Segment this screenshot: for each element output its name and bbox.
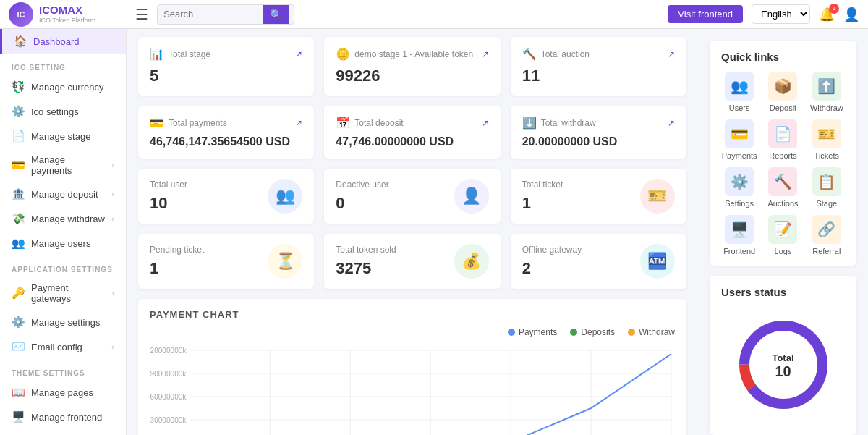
right-panel: Quick links 👥 Users 📦 Deposit ⬆️ Withdra…	[698, 29, 868, 435]
total-payments-value: 46,746,147.35654500 USD	[150, 135, 302, 148]
logo-text: ICOMAX ICO Token Platform	[39, 4, 95, 24]
payments-icon-wrap: 💳	[725, 119, 754, 148]
users-icon-wrap: 👥	[725, 72, 754, 101]
total-stage-link[interactable]: ↗	[295, 49, 302, 59]
donut-value: 10	[772, 363, 793, 380]
total-auction-link[interactable]: ↗	[668, 49, 675, 59]
quick-link-logs[interactable]: 📝 Logs	[765, 215, 801, 255]
svg-text:120000000k: 120000000k	[150, 347, 187, 355]
settings-icon: ⚙️	[731, 173, 749, 190]
deposit-icon: 🏦	[12, 187, 25, 200]
stat-card-total-deposit: 📅 Total deposit ↗ 47,746.00000000 USD	[324, 106, 500, 159]
deactive-user-value: 0	[336, 194, 388, 213]
stage-label: Stage	[816, 199, 837, 208]
sidebar-item-label: Manage payments	[31, 154, 106, 176]
sidebar-item-manage-pages[interactable]: 📖 Manage pages	[0, 380, 126, 405]
user-profile-icon[interactable]: 👤	[843, 7, 859, 22]
legend-item-deposits: Deposits	[570, 327, 615, 337]
sidebar-item-manage-deposit[interactable]: 🏦 Manage deposit ›	[0, 182, 126, 206]
settings-label: Settings	[725, 199, 754, 208]
users-icon: 👥	[731, 77, 749, 95]
sidebar-item-ico-settings[interactable]: ⚙️ Ico settings	[0, 99, 126, 124]
reports-icon-wrap: 📄	[768, 119, 797, 148]
quick-link-frontend[interactable]: 🖥️ Frontend	[721, 215, 757, 255]
svg-text:60000000k: 60000000k	[150, 393, 187, 401]
sidebar-item-dashboard[interactable]: 🏠 Dashboard	[0, 29, 126, 54]
stat-card-offline-gateway: Offline gateway 2 🏧	[511, 234, 686, 289]
quick-link-users[interactable]: 👥 Users	[721, 72, 757, 112]
quick-link-auctions[interactable]: 🔨 Auctions	[765, 167, 801, 208]
sidebar-item-manage-users[interactable]: 👥 Manage users	[0, 231, 126, 255]
total-deposit-icon: 📅	[336, 116, 350, 130]
stage-icon: 📋	[817, 173, 835, 190]
quick-link-tickets[interactable]: 🎫 Tickets	[809, 119, 845, 160]
auctions-icon: 🔨	[774, 173, 792, 190]
app-section-title: APPLICATION SETTINGS	[0, 255, 126, 276]
total-payments-link[interactable]: ↗	[295, 118, 302, 128]
sidebar-item-manage-settings[interactable]: ⚙️ Manage settings	[0, 310, 126, 334]
stat-card-total-token-sold: Total token sold 3275 💰	[324, 234, 500, 289]
total-withdraw-icon: ⬇️	[522, 116, 537, 130]
quick-link-reports[interactable]: 📄 Reports	[765, 119, 801, 160]
stage-icon: 📄	[12, 130, 25, 143]
demo-stage-link[interactable]: ↗	[482, 49, 489, 59]
chevron-right-icon: ›	[111, 342, 114, 351]
language-select[interactable]: English	[752, 4, 810, 24]
pending-ticket-value: 1	[150, 259, 204, 278]
sidebar-item-manage-withdraw[interactable]: 💸 Manage withdraw ›	[0, 206, 126, 231]
sidebar-item-payment-gateways[interactable]: 🔑 Payment gateways ›	[0, 276, 126, 310]
stat-card-total-user: Total user 10 👥	[138, 169, 314, 224]
theme-section-title: THEME SETTINGS	[0, 359, 126, 380]
logo-icon: IC	[9, 2, 33, 27]
total-deposit-link[interactable]: ↗	[482, 118, 489, 128]
auctions-icon-wrap: 🔨	[768, 167, 797, 196]
notifications-icon[interactable]: 🔔 1	[819, 7, 835, 22]
svg-text:90000000k: 90000000k	[150, 370, 187, 378]
quick-links-title: Quick links	[721, 51, 845, 63]
sidebar-item-manage-frontend[interactable]: 🖥️ Manage frontend	[0, 405, 126, 429]
offline-gateway-value: 2	[522, 259, 582, 278]
legend-dot	[628, 329, 635, 336]
auctions-label: Auctions	[767, 199, 798, 208]
quick-link-stage[interactable]: 📋 Stage	[809, 167, 845, 208]
tickets-label: Tickets	[814, 151, 839, 160]
total-stage-value: 5	[150, 67, 302, 85]
chart-title: PAYMENT CHART	[150, 309, 675, 320]
svg-text:30000000k: 30000000k	[150, 416, 187, 424]
sidebar-item-manage-logs[interactable]: 📋 Manage logs	[0, 429, 126, 435]
stats-row-1: 📊 Total stage ↗ 5 🪙 demo stage 1 - Avail…	[138, 37, 686, 96]
chevron-right-icon: ›	[111, 214, 114, 223]
quick-link-payments[interactable]: 💳 Payments	[721, 119, 757, 160]
search-button[interactable]: 🔍	[263, 5, 289, 24]
sidebar-item-label: Manage stage	[31, 131, 90, 142]
stat-card-demo-stage: 🪙 demo stage 1 - Available token ↗ 99226	[324, 37, 500, 96]
reports-label: Reports	[769, 151, 797, 160]
visit-frontend-button[interactable]: Visit frontend	[668, 5, 743, 23]
quick-link-referral[interactable]: 🔗 Referral	[809, 215, 845, 255]
quick-links-card: Quick links 👥 Users 📦 Deposit ⬆️ Withdra…	[710, 41, 856, 266]
stats-row-4: Pending ticket 1 ⏳ Total token sold 3275…	[138, 234, 686, 289]
hamburger-menu[interactable]: ☰	[135, 6, 148, 23]
sidebar-item-label: Manage deposit	[31, 189, 98, 200]
sidebar-item-label: Manage settings	[31, 317, 100, 328]
logs-label: Logs	[775, 247, 792, 255]
sidebar-item-label: Manage withdraw	[31, 214, 105, 224]
users-icon: 👥	[12, 237, 25, 250]
payment-chart-card: PAYMENT CHART Payments Deposits Withdraw…	[138, 299, 686, 435]
sidebar-item-manage-currency[interactable]: 💱 Manage currency	[0, 75, 126, 99]
sidebar-item-manage-payments[interactable]: 💳 Manage payments ›	[0, 148, 126, 182]
offline-gateway-icon: 🏧	[640, 244, 675, 279]
total-stage-icon: 📊	[150, 47, 164, 61]
quick-link-settings[interactable]: ⚙️ Settings	[721, 167, 757, 208]
stat-card-deactive-user: Deactive user 0 👤	[324, 169, 500, 224]
total-user-value: 10	[150, 194, 187, 213]
total-withdraw-link[interactable]: ↗	[668, 118, 675, 128]
search-input[interactable]	[158, 5, 263, 23]
quick-link-deposit[interactable]: 📦 Deposit	[765, 72, 801, 112]
payments-label: Payments	[722, 151, 757, 160]
quick-link-withdraw[interactable]: ⬆️ Withdraw	[809, 72, 845, 112]
sidebar-item-email-config[interactable]: ✉️ Email config ›	[0, 334, 126, 359]
main-content: Admin dashboard Home / Admin dashboard 📊…	[127, 0, 698, 435]
sidebar-item-manage-stage[interactable]: 📄 Manage stage	[0, 124, 126, 148]
sidebar-item-label: Manage users	[31, 238, 90, 249]
